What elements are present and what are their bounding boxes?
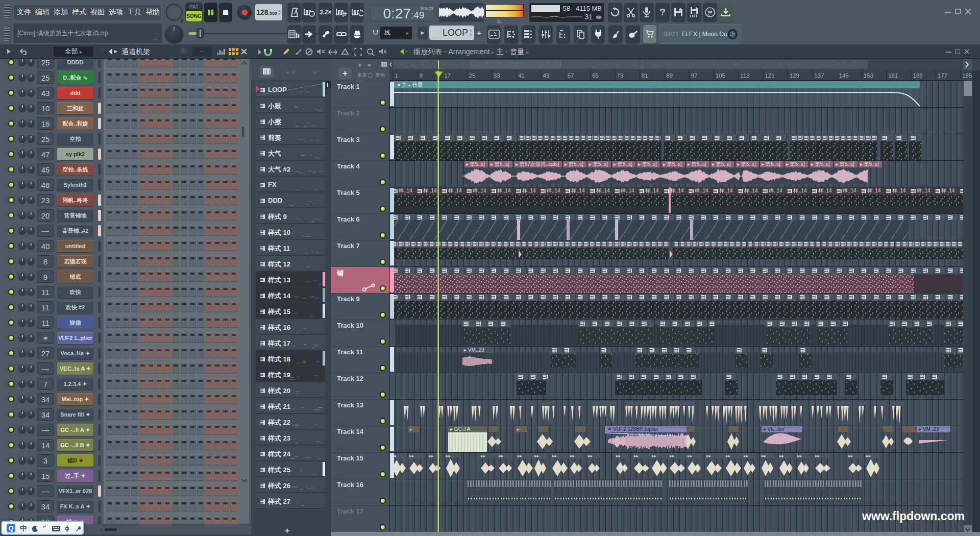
- svg-text:▸: ▸: [410, 427, 412, 432]
- svg-text:▸▸: ▸▸: [552, 453, 557, 458]
- svg-text:▸▸: ▸▸: [848, 453, 853, 458]
- svg-text:▸ 第5..s]: ▸ 第5..s]: [589, 161, 608, 167]
- svg-text:73: 73: [617, 72, 624, 79]
- svg-text:样..14: 样..14: [399, 188, 412, 193]
- svg-text:▸▸: ▸▸: [726, 453, 731, 458]
- svg-text:样..14: 样..14: [941, 188, 955, 193]
- svg-text:▸▸: ▸▸: [670, 453, 675, 458]
- svg-text:▸▸: ▸▸: [446, 453, 451, 458]
- svg-text:样..14: 样..14: [867, 188, 881, 193]
- svg-text:▸ GC..l A: ▸ GC..l A: [450, 426, 471, 432]
- svg-text:样..14: 样..14: [670, 188, 684, 193]
- svg-text:▸: ▸: [517, 427, 520, 432]
- svg-text:▸▸: ▸▸: [688, 453, 693, 458]
- svg-text:▸▸: ▸▸: [744, 453, 749, 458]
- svg-text:▸▸: ▸▸: [570, 453, 575, 458]
- svg-text:113: 113: [740, 72, 749, 79]
- svg-text:样..14: 样..14: [843, 188, 856, 193]
- svg-text:▸▸: ▸▸: [652, 453, 657, 458]
- svg-text:▸ 第5..s]: ▸ 第5..s]: [466, 161, 485, 167]
- svg-text:样..14: 样..14: [596, 188, 610, 193]
- svg-text:样..14: 样..14: [621, 188, 634, 193]
- svg-text:样..14: 样..14: [547, 188, 560, 193]
- svg-text:样..14: 样..14: [645, 188, 659, 193]
- svg-text:161: 161: [888, 72, 898, 79]
- svg-text:▸ VM..23: ▸ VM..23: [919, 426, 939, 432]
- svg-text:25: 25: [469, 72, 476, 79]
- svg-text:153: 153: [864, 72, 873, 79]
- svg-text:▸ 第5..s]: ▸ 第5..s]: [836, 161, 854, 167]
- svg-text:▸▸: ▸▸: [429, 453, 434, 458]
- svg-text:样..14: 样..14: [448, 188, 462, 193]
- svg-text:▸▸: ▸▸: [616, 453, 621, 458]
- svg-text:▸ 第5..s]: ▸ 第5..s]: [663, 161, 682, 167]
- svg-text:33: 33: [494, 72, 500, 79]
- svg-text:185: 185: [962, 72, 972, 79]
- svg-text:样..14: 样..14: [423, 188, 437, 193]
- svg-text:▸▸: ▸▸: [634, 453, 639, 458]
- svg-text:65: 65: [592, 72, 599, 79]
- svg-text:▸▸: ▸▸: [534, 453, 540, 458]
- svg-text:样..14: 样..14: [695, 188, 708, 193]
- svg-text:▸ 第5..s]: ▸ 第5..s]: [712, 161, 731, 167]
- svg-text:⚭ VUF2 128BP..ltiplier: ⚭ VUF2 128BP..ltiplier: [607, 426, 659, 432]
- svg-text:⚭主 - 音量: ⚭主 - 音量: [397, 82, 423, 88]
- svg-text:样..14: 样..14: [769, 188, 782, 193]
- svg-text:177: 177: [938, 72, 947, 79]
- svg-text:▸▸: ▸▸: [518, 453, 523, 458]
- svg-text:样..14: 样..14: [793, 188, 807, 193]
- svg-text:▸ 第5..s]: ▸ 第5..s]: [491, 161, 509, 167]
- svg-text:▸ 第57次取消..cals]: ▸ 第57次取消..cals]: [516, 161, 559, 167]
- svg-text:▸ 第5..s]: ▸ 第5..s]: [811, 161, 830, 167]
- svg-text:▸▸: ▸▸: [706, 453, 712, 458]
- svg-text:129: 129: [790, 72, 799, 79]
- svg-text:17: 17: [444, 72, 451, 79]
- svg-text:样..14: 样..14: [473, 188, 486, 193]
- svg-text:样..14: 样..14: [571, 188, 585, 193]
- svg-text:169: 169: [913, 72, 923, 79]
- svg-text:145: 145: [839, 72, 849, 79]
- svg-text:▸ 第5..s]: ▸ 第5..s]: [786, 161, 805, 167]
- svg-text:▸▸: ▸▸: [779, 453, 785, 458]
- svg-text:▸ 第5..s]: ▸ 第5..s]: [688, 161, 706, 167]
- svg-text:81: 81: [642, 72, 648, 79]
- svg-text:97: 97: [691, 72, 698, 79]
- svg-text:▸▸: ▸▸: [481, 453, 486, 458]
- svg-text:49: 49: [543, 72, 550, 79]
- svg-text:▸ 第5..s]: ▸ 第5..s]: [737, 161, 756, 167]
- svg-text:89: 89: [666, 72, 673, 79]
- svg-text:▸▸: ▸▸: [499, 453, 504, 458]
- svg-text:▸ 第5..s]: ▸ 第5..s]: [638, 161, 657, 167]
- svg-text:57: 57: [568, 72, 574, 79]
- svg-text:样..14: 样..14: [497, 188, 511, 193]
- svg-text:121: 121: [765, 72, 775, 79]
- svg-text:样..14: 样..14: [719, 188, 733, 193]
- svg-text:▸▸: ▸▸: [762, 453, 767, 458]
- svg-text:样..14: 样..14: [744, 188, 758, 193]
- svg-text:137: 137: [814, 72, 824, 79]
- svg-text:9: 9: [420, 72, 423, 79]
- svg-text:▸ 第5..s]: ▸ 第5..s]: [565, 161, 583, 167]
- svg-text:▸▸: ▸▸: [866, 453, 871, 458]
- svg-text:样..14: 样..14: [818, 188, 832, 193]
- svg-text:▸▸: ▸▸: [797, 453, 802, 458]
- svg-text:▸ 第5..s]: ▸ 第5..s]: [762, 161, 780, 167]
- svg-text:41: 41: [518, 72, 525, 79]
- svg-text:▸▸: ▸▸: [815, 453, 820, 458]
- svg-text:样..14: 样..14: [522, 188, 536, 193]
- svg-text:105: 105: [716, 72, 725, 79]
- svg-text:▸ VM..23: ▸ VM..23: [464, 347, 484, 353]
- svg-text:▸ VE..fter: ▸ VE..fter: [764, 426, 785, 432]
- svg-text:▸▸: ▸▸: [588, 453, 593, 458]
- svg-text:▸ 第5..s]: ▸ 第5..s]: [860, 161, 879, 167]
- svg-text:样..14: 样..14: [917, 188, 930, 193]
- svg-text:样..14: 样..14: [892, 188, 906, 193]
- svg-text:▸ 第5..s]: ▸ 第5..s]: [614, 161, 632, 167]
- svg-text:1: 1: [395, 72, 398, 79]
- svg-text:▸▸: ▸▸: [409, 453, 414, 458]
